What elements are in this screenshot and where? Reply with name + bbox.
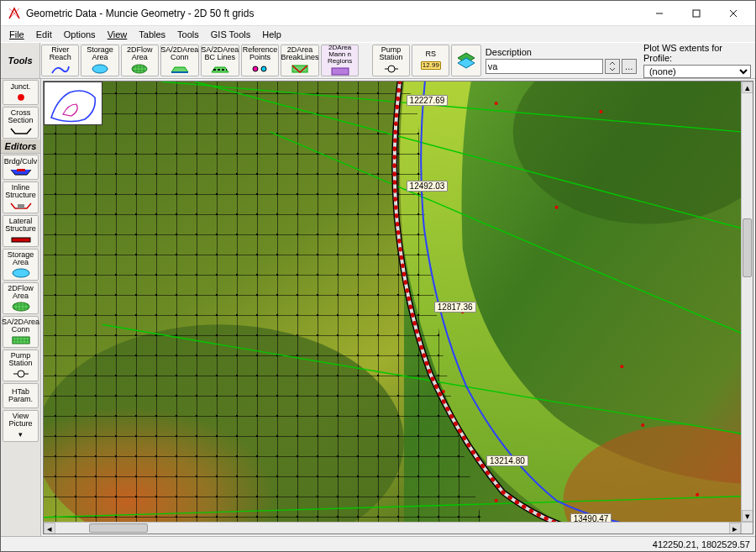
- minimize-button[interactable]: [641, 2, 678, 25]
- maximize-button[interactable]: [678, 2, 715, 25]
- scroll-thumb-h[interactable]: [89, 523, 148, 533]
- editor-pump-station[interactable]: Pump Station: [3, 350, 39, 381]
- bclines-icon: [210, 63, 230, 75]
- toolbar: Tools River Reach Storage Area 2DFlow Ar…: [1, 42, 755, 79]
- description-area: Description …: [482, 43, 640, 78]
- map-layers-icon: [454, 50, 478, 71]
- junction-icon: [10, 92, 32, 103]
- menu-tools[interactable]: Tools: [172, 29, 204, 40]
- menu-options[interactable]: Options: [59, 29, 101, 40]
- tool-sa2d-conn[interactable]: SA/2DArea Conn: [160, 45, 199, 76]
- scroll-thumb-v[interactable]: [743, 218, 752, 277]
- profile-area: Plot WS extents for Profile: (none): [640, 43, 755, 78]
- scroll-corner: [741, 522, 753, 534]
- description-more-button[interactable]: …: [622, 59, 637, 74]
- editors-header: Editors: [1, 139, 40, 154]
- svg-rect-10: [332, 68, 349, 75]
- mannn-icon: [330, 66, 350, 76]
- tool-pump-station[interactable]: Pump Station: [372, 45, 410, 76]
- scroll-right-icon[interactable]: ▸: [729, 523, 741, 534]
- extent-minimap[interactable]: [44, 81, 102, 125]
- description-input[interactable]: [486, 59, 603, 74]
- scroll-left-icon[interactable]: ◂: [44, 523, 55, 534]
- app-icon: [8, 7, 21, 20]
- svg-point-4: [92, 65, 108, 73]
- scroll-up-icon[interactable]: ▴: [742, 81, 753, 93]
- editor-view-picture[interactable]: View Picture ▾: [3, 410, 39, 442]
- status-bar: 412250.21, 1802529.57: [1, 536, 755, 551]
- horizontal-scrollbar[interactable]: ◂ ▸: [44, 522, 741, 534]
- editors-sidebar: Junct. Cross Section Editors Brdg/Culv I…: [1, 79, 41, 536]
- editor-bridge-culvert[interactable]: Brdg/Culv: [3, 155, 39, 180]
- menu-gis-tools[interactable]: GIS Tools: [206, 29, 256, 40]
- svg-point-14: [18, 94, 24, 101]
- tool-rs[interactable]: RS 12.99: [412, 45, 449, 76]
- menu-bar: File Edit Options View Tables Tools GIS …: [1, 26, 755, 42]
- menu-view[interactable]: View: [102, 29, 133, 40]
- sa2d-ed-icon: [10, 335, 32, 345]
- breaklines-icon: [290, 63, 310, 75]
- tool-2dflow-area[interactable]: 2DFlow Area: [121, 45, 159, 76]
- editor-storage-area[interactable]: Storage Area: [3, 249, 39, 281]
- svg-point-5: [132, 65, 147, 73]
- svg-rect-16: [18, 204, 24, 208]
- description-stepper[interactable]: [605, 59, 620, 74]
- menu-edit[interactable]: Edit: [31, 29, 57, 40]
- pump-icon: [381, 63, 402, 75]
- picture-icon: ▾: [10, 429, 32, 439]
- editor-sa2d-conn[interactable]: SA/2DArea Conn: [3, 316, 39, 348]
- svg-point-8: [261, 66, 266, 71]
- svg-rect-1: [693, 10, 700, 17]
- vertical-scrollbar[interactable]: ▴ ▾: [741, 81, 753, 522]
- tool-ref-points[interactable]: Reference Points: [241, 45, 279, 76]
- editor-cross-section[interactable]: Cross Section: [3, 107, 39, 139]
- cross-section-icon: [10, 126, 32, 136]
- tool-sa2d-bclines[interactable]: SA/2DArea BC Lines: [201, 45, 239, 76]
- content-area: Junct. Cross Section Editors Brdg/Culv I…: [1, 79, 755, 536]
- bridge-icon: [10, 167, 32, 177]
- close-button[interactable]: [715, 2, 752, 25]
- title-bar: Geometric Data - Muncie Geometry - 2D 50…: [1, 1, 755, 26]
- pump-ed-icon: [10, 369, 32, 379]
- tool-storage-area[interactable]: Storage Area: [81, 45, 118, 76]
- flow2d-ed-icon: [10, 302, 32, 312]
- svg-rect-17: [12, 238, 30, 242]
- map-area: 12227.69 12492.03 12817.36 13214.80 1349…: [43, 81, 753, 534]
- profile-select[interactable]: (none): [643, 65, 751, 78]
- menu-tables[interactable]: Tables: [134, 29, 171, 40]
- tool-breaklines[interactable]: 2DArea BreakLines: [281, 45, 319, 76]
- svg-point-7: [253, 66, 258, 71]
- tool-mannn-regions[interactable]: 2DArea Mann n Regions: [321, 45, 359, 76]
- storage-ed-icon: [10, 268, 32, 278]
- description-label: Description: [486, 47, 637, 57]
- editor-lateral-structure[interactable]: Lateral Structure: [3, 215, 39, 247]
- editor-htab-param[interactable]: HTab Param.: [3, 383, 39, 408]
- tool-river-reach[interactable]: River Reach: [41, 45, 79, 76]
- menu-help[interactable]: Help: [257, 29, 286, 40]
- map-viewport[interactable]: 12227.69 12492.03 12817.36 13214.80 1349…: [44, 81, 741, 522]
- rs-icon: 12.99: [421, 60, 441, 71]
- toolbar-side-label: Tools: [1, 43, 40, 78]
- storage-area-icon: [90, 63, 110, 75]
- sa2d-conn-icon: [170, 63, 190, 75]
- window-title: Geometric Data - Muncie Geometry - 2D 50…: [26, 8, 641, 19]
- svg-point-21: [18, 371, 24, 377]
- editor-inline-structure[interactable]: Inline Structure: [3, 181, 39, 213]
- svg-rect-15: [17, 169, 25, 171]
- geometric-data-window: Geometric Data - Muncie Geometry - 2D 50…: [0, 0, 756, 552]
- editor-2dflow-area[interactable]: 2DFlow Area: [3, 282, 39, 314]
- svg-point-18: [13, 269, 29, 277]
- profile-label: Plot WS extents for Profile:: [643, 43, 752, 63]
- svg-point-11: [388, 66, 395, 72]
- inline-struct-icon: [10, 201, 32, 211]
- refpoints-icon: [249, 63, 270, 75]
- status-coordinates: 412250.21, 1802529.57: [653, 539, 750, 549]
- editor-junction[interactable]: Junct.: [3, 80, 39, 105]
- tool-map-layers[interactable]: [451, 45, 480, 76]
- river-reach-icon: [50, 63, 71, 75]
- scroll-down-icon[interactable]: ▾: [742, 510, 753, 522]
- lateral-struct-icon: [10, 234, 32, 244]
- menu-file[interactable]: File: [4, 29, 29, 40]
- flow-2d-icon: [129, 63, 150, 75]
- svg-rect-9: [292, 66, 307, 72]
